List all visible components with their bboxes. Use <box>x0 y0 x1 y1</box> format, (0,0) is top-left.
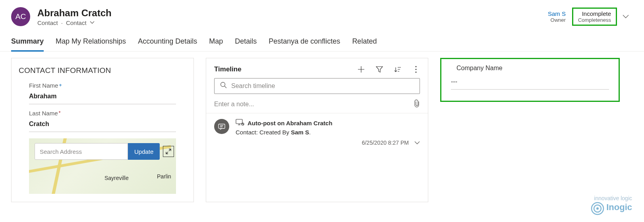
timeline-item-meta: 6/25/2020 8:27 PM <box>236 140 420 146</box>
header-expand-chevron[interactable] <box>617 13 633 20</box>
company-panel: Company Name --- <box>440 58 620 102</box>
timeline-item-subtitle: Contact: Created By Sam S. <box>236 129 420 136</box>
timeline-title: Timeline <box>214 65 242 73</box>
timeline-item-title: Auto-post on Abraham Cratch <box>248 120 333 126</box>
enter-note-row[interactable]: Enter a note... <box>206 94 428 113</box>
body: CONTACT INFORMATION First Name+ Abraham … <box>0 52 644 209</box>
timeline-panel: Timeline <box>206 58 428 202</box>
last-name-value[interactable]: Cratch <box>29 121 176 132</box>
watermark-tagline: innovative logic <box>590 195 632 201</box>
more-icon[interactable] <box>412 65 420 73</box>
expand-icon[interactable] <box>163 146 174 157</box>
note-placeholder: Enter a note... <box>214 101 254 108</box>
recommended-marker: + <box>59 82 62 88</box>
update-button[interactable]: Update <box>128 143 160 160</box>
svg-point-1 <box>416 69 417 70</box>
timeline-search[interactable] <box>214 78 420 94</box>
add-icon[interactable] <box>357 65 365 73</box>
completeness-value: Incomplete <box>582 10 611 17</box>
tab-map[interactable]: Map <box>209 37 223 51</box>
timeline-actions <box>357 65 420 73</box>
tab-related[interactable]: Related <box>352 37 377 51</box>
sort-icon[interactable] <box>394 65 402 73</box>
address-search-row: Update <box>35 143 174 160</box>
svg-point-9 <box>596 207 599 210</box>
company-name-value[interactable]: --- <box>451 78 609 90</box>
computer-icon <box>236 119 244 127</box>
contact-information-panel: CONTACT INFORMATION First Name+ Abraham … <box>11 58 194 202</box>
completeness-label: Completeness <box>578 17 611 23</box>
timeline-item-timestamp: 6/25/2020 8:27 PM <box>362 140 409 146</box>
avatar: AC <box>11 7 30 26</box>
breadcrumb-separator: · <box>61 19 63 26</box>
timeline-search-input[interactable] <box>231 82 414 90</box>
svg-rect-5 <box>236 119 242 124</box>
timeline-item-body: Auto-post on Abraham Cratch Contact: Cre… <box>236 119 420 146</box>
watermark: innovative logic Inogic <box>590 195 632 216</box>
chevron-down-icon[interactable] <box>414 140 420 146</box>
tab-accounting-details[interactable]: Accounting Details <box>138 37 197 51</box>
last-name-label: Last Name* <box>29 110 176 117</box>
section-title: CONTACT INFORMATION <box>19 66 186 75</box>
completeness-field[interactable]: Incomplete Completeness <box>572 8 617 26</box>
owner-label: Owner <box>551 17 566 23</box>
breadcrumb-item: Contact <box>66 19 87 26</box>
address-search-input[interactable] <box>35 143 128 160</box>
map-place-label: Sayreville <box>104 175 129 181</box>
tab-conflictes[interactable]: Pestanya de conflictes <box>269 37 340 51</box>
company-name-label: Company Name <box>451 65 609 72</box>
tab-map-relationships[interactable]: Map My Relationships <box>56 37 126 51</box>
breadcrumb-item: Contact <box>37 19 58 26</box>
record-header: AC Abraham Cratch Contact · Contact Sam … <box>0 0 644 26</box>
title-block: Abraham Cratch Contact · Contact <box>37 8 112 26</box>
attachment-icon[interactable] <box>414 100 420 109</box>
search-icon <box>220 82 227 90</box>
last-name-field[interactable]: Last Name* Cratch <box>19 110 186 132</box>
tab-summary[interactable]: Summary <box>11 37 44 51</box>
breadcrumb[interactable]: Contact · Contact <box>37 19 112 26</box>
timeline-header: Timeline <box>206 65 428 78</box>
first-name-label: First Name+ <box>29 82 176 89</box>
svg-point-2 <box>416 72 417 73</box>
owner-value: Sam S <box>548 10 566 17</box>
owner-field[interactable]: Sam S Owner <box>542 8 572 25</box>
svg-point-3 <box>221 82 225 87</box>
autopost-icon <box>214 119 229 134</box>
svg-rect-4 <box>219 124 225 128</box>
page-title: Abraham Cratch <box>37 8 112 19</box>
filter-icon[interactable] <box>375 65 383 73</box>
header-meta: Sam S Owner Incomplete Completeness <box>542 8 633 26</box>
tab-details[interactable]: Details <box>235 37 257 51</box>
first-name-value[interactable]: Abraham <box>29 93 176 104</box>
map-widget[interactable]: Sayreville Parlin Update <box>29 138 176 194</box>
svg-point-0 <box>416 66 417 67</box>
watermark-brand: Inogic <box>606 202 632 212</box>
chevron-down-icon[interactable] <box>90 20 95 25</box>
first-name-field[interactable]: First Name+ Abraham <box>19 82 186 104</box>
required-marker: * <box>59 110 61 116</box>
tab-bar: Summary Map My Relationships Accounting … <box>0 26 644 52</box>
timeline-item-title-row: Auto-post on Abraham Cratch <box>236 119 420 127</box>
timeline-item[interactable]: Auto-post on Abraham Cratch Contact: Cre… <box>206 113 428 151</box>
map-place-label: Parlin <box>157 173 171 180</box>
